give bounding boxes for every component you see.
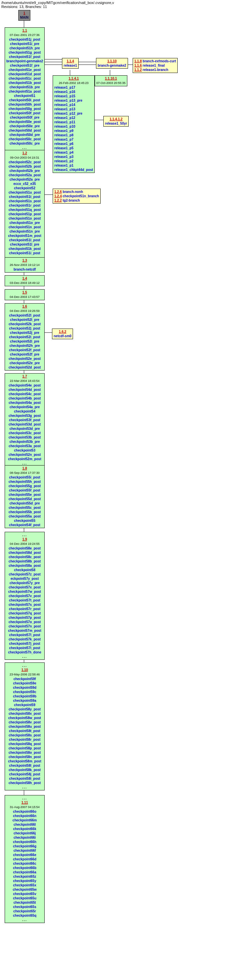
rev-1-5[interactable]: 1.504-Dec-2003 17:43:57 <box>5 289 45 300</box>
rev-1-1[interactable]: 1.107-Dec-2001 23:27:36checkpoint51j_pos… <box>5 27 45 151</box>
rev-1-6[interactable]: 1.604-Dec-2003 19:26:59checkpoint52l_pos… <box>5 303 45 371</box>
rev-1-10[interactable]: ...1.1023-May-2006 22:58:46checkpoint59f… <box>5 662 45 791</box>
revision-graph: 1 MAIN 1.107-Dec-2001 23:27:36checkpoint… <box>0 10 226 976</box>
rev-1-11[interactable]: ...1.1131-Aug-2007 04:15:54checkpoint66o… <box>5 795 45 923</box>
rev-1-4[interactable]: 1.403-Dec-2003 18:49:12 <box>5 275 45 286</box>
rev-1-8[interactable]: 1.808-Sep-2004 17:37:30checkpoint55i_pos… <box>5 465 45 528</box>
branch-1-1-10[interactable]: 1.1.10 branch-genmake2 <box>96 58 128 68</box>
rev-1-1-10-1[interactable]: 1.1.10.1 07-Oct-2003 20:55:35 <box>95 75 127 86</box>
branch-1-6-2[interactable]: 1.6.2 netcdf-sm0 <box>52 329 73 339</box>
file-path: /home/ubuntu/mnt/e9_copy/MITgcm/verifica… <box>0 0 226 5</box>
rev-1-3[interactable]: 1.326-Nov-2003 19:12:14branch-netcdf <box>5 257 45 272</box>
rev-1-2[interactable]: 1.209-Oct-2003 04:19:31checkpoint52c_pos… <box>5 150 45 261</box>
revision-meta: Revisions: 13, Branches: 11 <box>0 5 226 10</box>
branch-1-1-bundle[interactable]: 1.1.8 branch-exfmods-curt1.1.6 release1_… <box>133 58 178 73</box>
main-node[interactable]: 1 MAIN <box>18 10 30 21</box>
branch-1-1-4[interactable]: 1.1.4 release1 <box>62 58 79 68</box>
branch-1-2-bundle[interactable]: 1.2.6 branch-nonh1.2.4 checkpoint51n_bra… <box>53 189 101 204</box>
rev-1-7[interactable]: 1.722-Mar-2004 18:43:54checkpoint54e_pos… <box>5 373 45 466</box>
branch-1-1-4-1-2[interactable]: 1.1.4.1.2 release1_50yr <box>103 116 129 127</box>
rev-1-9[interactable]: ...1.904-Dec-2004 19:24:55checkpoint58e_… <box>5 532 45 660</box>
rev-1-1-4-1[interactable]: 1.1.4.126-Feb-2002 18:45:23release1_p17r… <box>53 75 95 173</box>
